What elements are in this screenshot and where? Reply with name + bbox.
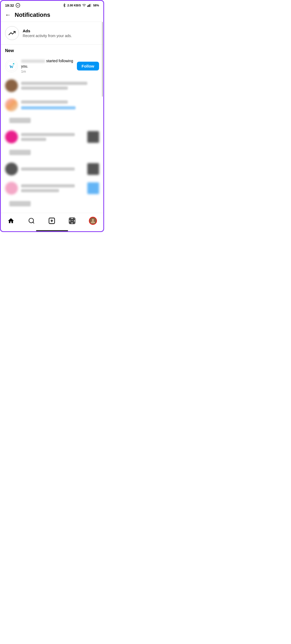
- nav-reels[interactable]: [65, 216, 79, 226]
- blurred-avatar-6: [5, 182, 18, 195]
- time-display: 19:32: [5, 3, 14, 7]
- ads-subtitle: Recent activity from your ads.: [23, 34, 72, 38]
- svg-point-12: [92, 219, 94, 221]
- svg-point-10: [71, 220, 73, 222]
- blurred-section-2: [1, 147, 103, 159]
- user-avatar: w: [5, 60, 18, 72]
- bluetooth-icon: [62, 3, 66, 7]
- notification-text: started following you. 1m: [21, 58, 74, 73]
- svg-text:w: w: [9, 63, 13, 69]
- blurred-text-3: [21, 100, 99, 109]
- notification-item-blurred-3[interactable]: [1, 95, 103, 115]
- search-svg: [28, 217, 35, 224]
- svg-rect-4: [91, 4, 91, 7]
- wifi-icon: [82, 3, 86, 7]
- notification-item-blurred-6[interactable]: [1, 179, 103, 198]
- notification-item-follow[interactable]: w started following you. 1m Follow: [1, 56, 103, 76]
- blur-line-6: [21, 167, 75, 171]
- status-left: 19:32: [5, 3, 20, 8]
- search-icon: [28, 217, 35, 225]
- blurred-section-label-3: [9, 201, 31, 206]
- scrollbar[interactable]: [102, 22, 103, 97]
- home-svg: [7, 217, 14, 224]
- notification-username: [21, 60, 45, 63]
- blurred-section-3: [1, 198, 103, 211]
- page-header: ← Notifications: [1, 9, 103, 22]
- nav-home[interactable]: [4, 216, 18, 226]
- blurred-thumbnail-5: [87, 163, 99, 175]
- blurred-thumbnail-6: [87, 182, 99, 194]
- reels-icon: [68, 217, 76, 225]
- svg-rect-3: [89, 4, 90, 7]
- svg-rect-1: [87, 6, 88, 7]
- notification-time: 1m: [21, 69, 74, 73]
- signal-icon: [87, 3, 92, 7]
- check-circle-icon: [15, 3, 20, 8]
- svg-point-7: [29, 218, 33, 223]
- blurred-text-2: [21, 82, 99, 90]
- blurred-text-6: [21, 184, 84, 192]
- bottom-nav: [1, 213, 103, 228]
- blur-line-3: [21, 100, 68, 104]
- notification-main: started following you.: [21, 58, 74, 69]
- blur-line-8: [21, 189, 59, 192]
- blurred-avatar-5: [5, 163, 18, 175]
- ads-icon: [5, 26, 19, 40]
- blurred-thumbnail-4: [87, 131, 99, 143]
- ads-section[interactable]: Ads Recent activity from your ads.: [1, 22, 103, 45]
- blurred-avatar-2: [5, 79, 18, 92]
- back-button[interactable]: ←: [5, 11, 11, 18]
- blurred-avatar-3: [5, 99, 18, 111]
- blur-line-1: [21, 82, 87, 85]
- nav-search[interactable]: [25, 216, 38, 226]
- blurred-section-label: [9, 118, 31, 123]
- blur-highlight-3: [21, 106, 76, 109]
- new-section-label: New: [1, 45, 103, 56]
- notification-item-blurred-4[interactable]: [1, 127, 103, 147]
- notification-item-blurred-5[interactable]: [1, 159, 103, 179]
- blurred-text-4: [21, 133, 84, 141]
- home-indicator: [36, 230, 68, 231]
- home-icon: [7, 217, 15, 225]
- blurred-section: [1, 115, 103, 127]
- status-right: 2.00 KB/S 58%: [62, 3, 99, 7]
- svg-rect-9: [69, 218, 75, 224]
- notification-item-blurred-2[interactable]: [1, 76, 103, 95]
- trending-up-icon: [9, 30, 15, 37]
- follow-button[interactable]: Follow: [77, 62, 99, 70]
- ads-title: Ads: [23, 29, 72, 33]
- w-logo-svg: w: [6, 61, 17, 71]
- nav-create[interactable]: [45, 216, 59, 226]
- page-title: Notifications: [15, 11, 50, 18]
- blurred-text-5: [21, 167, 84, 171]
- blur-line-2: [21, 87, 68, 90]
- status-bar: 19:32 2.00 KB/S 58%: [1, 1, 103, 9]
- blur-line-7: [21, 184, 75, 187]
- network-speed: 2.00 KB/S: [67, 4, 81, 7]
- svg-rect-2: [88, 5, 89, 7]
- nav-profile[interactable]: [86, 216, 100, 226]
- reels-svg: [69, 217, 76, 224]
- content-area: Ads Recent activity from your ads. New w: [1, 22, 103, 211]
- profile-avatar: [89, 217, 97, 225]
- blurred-section-label-2: [9, 150, 31, 155]
- blur-line-5: [21, 138, 46, 141]
- battery-display: 58%: [93, 4, 99, 7]
- profile-svg: [89, 217, 96, 224]
- create-svg: [48, 217, 56, 225]
- blur-line-4: [21, 133, 75, 136]
- create-icon: [48, 217, 56, 225]
- ads-text: Ads Recent activity from your ads.: [23, 29, 72, 38]
- blurred-avatar-4: [5, 131, 18, 143]
